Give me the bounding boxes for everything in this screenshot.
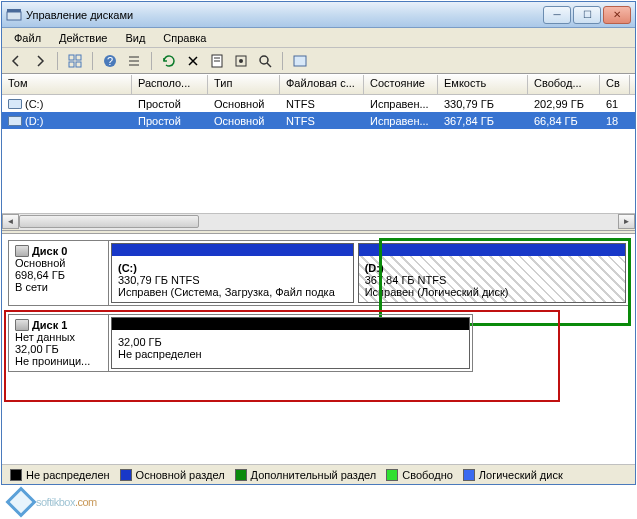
partition-d[interactable]: (D:) 367,84 ГБ NTFS Исправен (Логический… xyxy=(358,243,626,303)
watermark-domain: .com xyxy=(75,496,97,508)
window: Управление дисками ─ ☐ ✕ Файл Действие В… xyxy=(1,1,636,485)
menu-view[interactable]: Вид xyxy=(117,30,153,46)
disk-icon xyxy=(15,245,29,257)
cell-free: 202,99 ГБ xyxy=(528,97,600,111)
col-fs[interactable]: Файловая с... xyxy=(280,75,364,94)
volume-list: Том Располо... Тип Файловая с... Состоян… xyxy=(2,75,635,230)
disk-type: Нет данных xyxy=(15,331,102,343)
separator xyxy=(92,52,93,70)
svg-rect-18 xyxy=(294,56,306,66)
partition-info: 330,79 ГБ NTFS xyxy=(118,274,347,286)
partition-unallocated[interactable]: 32,00 ГБ Не распределен xyxy=(111,317,470,369)
scroll-right-button[interactable]: ► xyxy=(618,214,635,229)
disk-header[interactable]: Диск 1 Нет данных 32,00 ГБ Не проиници..… xyxy=(9,315,109,371)
svg-rect-5 xyxy=(76,62,81,67)
svg-rect-0 xyxy=(7,12,21,20)
col-free[interactable]: Свобод... xyxy=(528,75,600,94)
col-volume[interactable]: Том xyxy=(2,75,132,94)
action-icon[interactable] xyxy=(290,51,310,71)
partition-label: (D:) xyxy=(365,262,619,274)
cell-layout: Простой xyxy=(132,97,208,111)
partition-c[interactable]: (C:) 330,79 ГБ NTFS Исправен (Система, З… xyxy=(111,243,354,303)
disk-icon xyxy=(15,319,29,331)
cell-pctfree: 61 xyxy=(600,97,630,111)
legend: Не распределен Основной раздел Дополните… xyxy=(2,464,635,484)
delete-icon[interactable] xyxy=(183,51,203,71)
svg-rect-2 xyxy=(69,55,74,60)
legend-free: Свободно xyxy=(386,469,453,481)
h-scrollbar[interactable]: ◄ ► xyxy=(2,213,635,230)
list-row[interactable]: (D:) Простой Основной NTFS Исправен... 3… xyxy=(2,112,635,129)
disk-partitions: (C:) 330,79 ГБ NTFS Исправен (Система, З… xyxy=(109,241,628,305)
separator xyxy=(151,52,152,70)
maximize-button[interactable]: ☐ xyxy=(573,6,601,24)
disk-header[interactable]: Диск 0 Основной 698,64 ГБ В сети xyxy=(9,241,109,305)
col-capacity[interactable]: Емкость xyxy=(438,75,528,94)
disk-size: 32,00 ГБ xyxy=(15,343,102,355)
cell-type: Основной xyxy=(208,97,280,111)
col-pctfree[interactable]: Св xyxy=(600,75,630,94)
list-icon[interactable] xyxy=(124,51,144,71)
separator xyxy=(57,52,58,70)
svg-text:?: ? xyxy=(107,55,113,67)
swatch-logical xyxy=(463,469,475,481)
svg-rect-3 xyxy=(76,55,81,60)
back-button[interactable] xyxy=(6,51,26,71)
menu-help[interactable]: Справка xyxy=(155,30,214,46)
col-layout[interactable]: Располо... xyxy=(132,75,208,94)
minimize-button[interactable]: ─ xyxy=(543,6,571,24)
cell-pctfree: 18 xyxy=(600,114,630,128)
partition-info: 32,00 ГБ xyxy=(118,336,463,348)
partition-stripe-primary xyxy=(359,244,625,256)
cell-fs: NTFS xyxy=(280,114,364,128)
scroll-left-button[interactable]: ◄ xyxy=(2,214,19,229)
list-row[interactable]: (C:) Простой Основной NTFS Исправен... 3… xyxy=(2,95,635,112)
separator xyxy=(282,52,283,70)
titlebar[interactable]: Управление дисками ─ ☐ ✕ xyxy=(2,2,635,28)
disk-row: Диск 0 Основной 698,64 ГБ В сети (C:) 33… xyxy=(8,240,629,306)
swatch-unallocated xyxy=(10,469,22,481)
scroll-track[interactable] xyxy=(19,214,618,230)
settings-icon[interactable] xyxy=(231,51,251,71)
toolbar: ? xyxy=(2,48,635,74)
cell-capacity: 367,84 ГБ xyxy=(438,114,528,128)
cell-capacity: 330,79 ГБ xyxy=(438,97,528,111)
menu-action[interactable]: Действие xyxy=(51,30,115,46)
properties-icon[interactable] xyxy=(207,51,227,71)
disk-graph-view: Диск 0 Основной 698,64 ГБ В сети (C:) 33… xyxy=(2,234,635,464)
swatch-extended xyxy=(235,469,247,481)
disk-name: Диск 1 xyxy=(32,319,67,331)
menu-file[interactable]: Файл xyxy=(6,30,49,46)
disk-row: Диск 1 Нет данных 32,00 ГБ Не проиници..… xyxy=(8,314,473,372)
disk-name: Диск 0 xyxy=(32,245,67,257)
cell-vol: (D:) xyxy=(25,115,43,127)
partition-label: (C:) xyxy=(118,262,347,274)
refresh-icon[interactable] xyxy=(159,51,179,71)
content-area: Том Располо... Тип Файловая с... Состоян… xyxy=(2,74,635,484)
drive-icon xyxy=(8,116,22,126)
partition-stripe-primary xyxy=(112,244,353,256)
view-icon[interactable] xyxy=(65,51,85,71)
help-icon[interactable]: ? xyxy=(100,51,120,71)
watermark-icon xyxy=(5,486,36,517)
svg-rect-4 xyxy=(69,62,74,67)
scroll-thumb[interactable] xyxy=(19,215,199,228)
forward-button[interactable] xyxy=(30,51,50,71)
legend-logical: Логический диск xyxy=(463,469,563,481)
col-type[interactable]: Тип xyxy=(208,75,280,94)
partition-status: Исправен (Система, Загрузка, Файл подка xyxy=(118,286,347,298)
disk-type: Основной xyxy=(15,257,102,269)
partition-status: Не распределен xyxy=(118,348,463,360)
close-button[interactable]: ✕ xyxy=(603,6,631,24)
search-icon[interactable] xyxy=(255,51,275,71)
col-status[interactable]: Состояние xyxy=(364,75,438,94)
drive-icon xyxy=(8,99,22,109)
cell-status: Исправен... xyxy=(364,114,438,128)
cell-status: Исправен... xyxy=(364,97,438,111)
disk-status: Не проиници... xyxy=(15,355,102,367)
partition-status: Исправен (Логический диск) xyxy=(365,286,619,298)
disk-size: 698,64 ГБ xyxy=(15,269,102,281)
window-title: Управление дисками xyxy=(26,9,543,21)
watermark: softikbox.com xyxy=(10,491,97,513)
svg-rect-1 xyxy=(7,9,21,12)
